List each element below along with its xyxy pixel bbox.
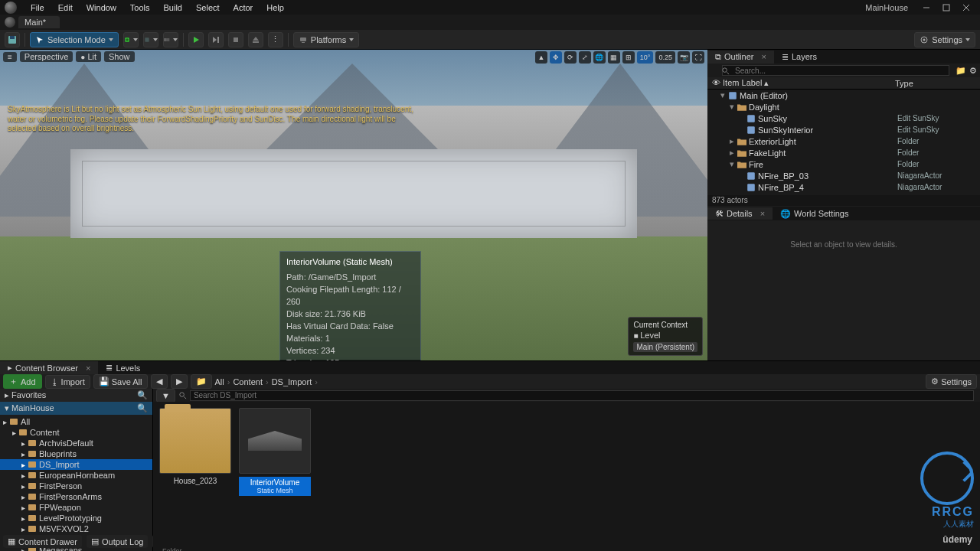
filter-button[interactable]: ▼: [156, 389, 175, 403]
gizmo-select-icon[interactable]: ▲: [535, 51, 547, 64]
project-root-header[interactable]: ▾ MainHouse🔍: [0, 402, 152, 415]
outliner-row[interactable]: ▸FakeLightFolder: [707, 147, 980, 158]
crumb-all[interactable]: All: [215, 377, 224, 386]
history-back-button[interactable]: ◀: [151, 374, 168, 389]
asset-search-input[interactable]: [190, 390, 974, 401]
viewport-options-button[interactable]: ≡: [3, 52, 17, 62]
source-tree-item[interactable]: ▸LevelPrototyping: [0, 513, 152, 523]
menu-help[interactable]: Help: [260, 2, 290, 14]
outliner-row[interactable]: ▾FireFolder: [707, 158, 980, 170]
gizmo-rotate-icon[interactable]: ⟳: [564, 51, 577, 64]
viewport-maximize-icon[interactable]: ⛶: [692, 51, 704, 64]
current-context-panel[interactable]: Current Context ■ Level Main (Persistent…: [628, 317, 703, 356]
import-button[interactable]: ⭳ Import: [45, 375, 90, 389]
play-options-button[interactable]: ⋮: [268, 32, 283, 47]
outliner-tab[interactable]: ⧉ Outliner×: [707, 51, 774, 64]
outliner-row[interactable]: ▸ExteriorLightFolder: [707, 135, 980, 147]
tooltip-line: Materials: 1: [286, 333, 414, 345]
settings-dropdown[interactable]: Settings: [914, 32, 975, 47]
outliner-actor-count: 873 actors: [707, 195, 980, 206]
save-all-label: Save All: [112, 377, 142, 386]
source-tree-item[interactable]: ▸Blueprints: [0, 448, 152, 459]
crumb-dsimport[interactable]: DS_Import: [272, 377, 312, 386]
window-minimize-button[interactable]: [917, 1, 936, 15]
close-icon[interactable]: ×: [760, 209, 765, 218]
folder-button[interactable]: 📁: [191, 374, 212, 389]
source-tree-item[interactable]: ▸FirstPerson: [0, 481, 152, 491]
crumb-content[interactable]: Content: [233, 377, 263, 386]
outliner-col-label[interactable]: Item Label: [723, 78, 762, 87]
snap-grid-icon[interactable]: ⊞: [622, 51, 635, 64]
source-tree-item[interactable]: ▸M5VFXVOL2: [0, 523, 152, 534]
source-tree-item[interactable]: ▸Content: [0, 427, 152, 438]
outliner-search-input[interactable]: [722, 65, 949, 76]
add-button[interactable]: ＋ Add: [3, 374, 42, 389]
viewport-perspective-button[interactable]: Perspective: [20, 51, 73, 62]
play-button[interactable]: [188, 32, 204, 47]
world-settings-tab[interactable]: 🌐 World Settings: [773, 207, 856, 220]
show-label: Show: [109, 52, 130, 61]
search-icon[interactable]: 🔍: [137, 403, 148, 413]
outliner-row[interactable]: NFire_BP_4NiagaraActor: [707, 181, 980, 193]
add-content-button[interactable]: [123, 32, 139, 47]
cb-settings-button[interactable]: ⚙ Settings: [926, 374, 977, 389]
layers-tab[interactable]: ≣ Layers: [774, 51, 825, 64]
platforms-dropdown[interactable]: Platforms: [293, 32, 359, 47]
source-tree-item[interactable]: ▸FPWeapon: [0, 502, 152, 513]
outliner-row[interactable]: SunSkyInteriorEdit SunSky: [707, 124, 980, 135]
output-log-button[interactable]: ▤ Output Log: [87, 535, 148, 548]
search-icon[interactable]: 🔍: [137, 390, 148, 400]
gizmo-scale-icon[interactable]: ⤢: [579, 51, 591, 64]
menu-edit[interactable]: Edit: [52, 2, 79, 14]
outliner-add-folder-icon[interactable]: 📁: [956, 66, 966, 76]
source-tree-item[interactable]: ▸EuropeanHornbeam: [0, 470, 152, 481]
menu-actor[interactable]: Actor: [227, 2, 260, 14]
camera-speed-icon[interactable]: 📷: [678, 51, 690, 64]
source-tree-item[interactable]: ▸ArchvisDefault: [0, 438, 152, 448]
menu-window[interactable]: Window: [80, 2, 122, 14]
menu-select[interactable]: Select: [190, 2, 226, 14]
outliner-row[interactable]: ▾Main (Editor): [707, 90, 980, 101]
menu-tools[interactable]: Tools: [124, 2, 156, 14]
close-icon[interactable]: ×: [762, 52, 766, 61]
outliner-row[interactable]: NFire_BP_03NiagaraActor: [707, 170, 980, 181]
skip-button[interactable]: [208, 32, 224, 47]
breadcrumb[interactable]: All› Content› DS_Import›: [215, 377, 319, 386]
window-maximize-button[interactable]: [937, 1, 956, 15]
stop-button[interactable]: [228, 32, 243, 47]
snap-angle-value[interactable]: 10°: [637, 51, 654, 64]
blueprint-button[interactable]: [143, 32, 158, 47]
outliner-row[interactable]: SunSkyEdit SunSky: [707, 112, 980, 124]
level-viewport[interactable]: ≡ Perspective ● Lit Show ▲ ✥ ⟳ ⤢ 🌐 ▦ ⊞ 1…: [0, 50, 707, 360]
levels-tab[interactable]: ≣ Levels: [98, 361, 148, 374]
history-fwd-button[interactable]: ▶: [171, 374, 188, 389]
viewport-show-button[interactable]: Show: [104, 51, 135, 62]
menu-file[interactable]: File: [24, 2, 51, 14]
coord-space-icon[interactable]: 🌐: [593, 51, 606, 64]
save-all-button[interactable]: 💾 Save All: [93, 374, 148, 389]
asset-tile[interactable]: House_2023Folder: [159, 408, 231, 485]
source-tree-item[interactable]: ▸FirstPersonArms: [0, 491, 152, 502]
outliner-col-type[interactable]: Type: [895, 79, 913, 88]
snap-surface-icon[interactable]: ▦: [608, 51, 620, 64]
viewport-lit-button[interactable]: ● Lit: [76, 51, 101, 62]
asset-tile[interactable]: InteriorVolumeStatic Mesh: [239, 408, 311, 496]
outliner-row[interactable]: ▾Daylight: [707, 101, 980, 112]
eject-button[interactable]: [248, 32, 263, 47]
favorites-header[interactable]: ▸ Favorites🔍: [0, 389, 152, 402]
gizmo-translate-icon[interactable]: ✥: [550, 51, 562, 64]
menu-build[interactable]: Build: [158, 2, 188, 14]
level-tab[interactable]: Main*: [18, 16, 60, 28]
content-browser-tab[interactable]: ▸ Content Browser×: [0, 361, 98, 374]
details-tab[interactable]: 🛠 Details×: [707, 207, 773, 220]
sequence-button[interactable]: [163, 32, 178, 47]
source-tree-item[interactable]: ▸DS_Import: [0, 459, 152, 470]
content-drawer-button[interactable]: ▦ Content Drawer: [3, 535, 82, 548]
close-icon[interactable]: ×: [86, 364, 90, 373]
source-tree-item[interactable]: ▸All: [0, 416, 152, 427]
selection-mode-dropdown[interactable]: Selection Mode: [30, 32, 119, 47]
save-level-button[interactable]: [5, 32, 20, 47]
window-close-button[interactable]: [957, 1, 975, 15]
snap-scale-value[interactable]: 0.25: [655, 51, 675, 64]
outliner-settings-icon[interactable]: ⚙: [969, 66, 977, 76]
